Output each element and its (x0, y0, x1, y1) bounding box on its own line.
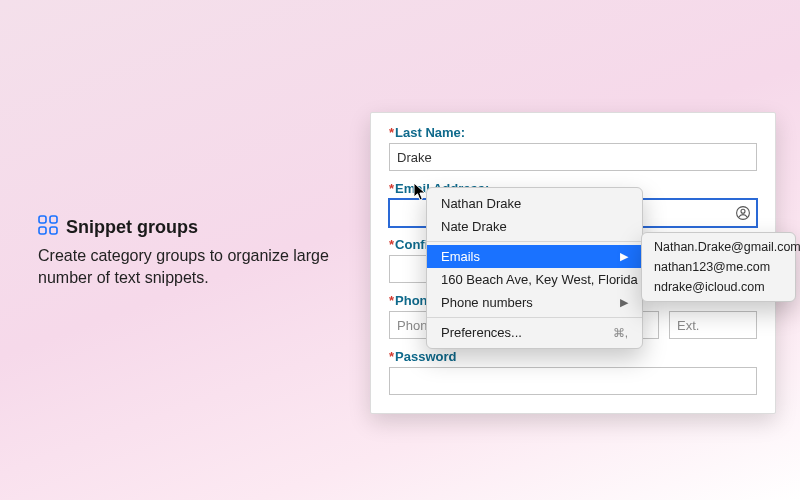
input-last-name[interactable] (389, 143, 757, 171)
chevron-right-icon: ▶ (620, 296, 628, 309)
svg-rect-0 (39, 216, 46, 223)
submenu-item-email-2[interactable]: nathan123@me.com (642, 257, 795, 277)
submenu-item-email-3[interactable]: ndrake@icloud.com (642, 277, 795, 297)
svg-rect-2 (39, 227, 46, 234)
promo-block: Snippet groups Create category groups to… (38, 215, 348, 288)
promo-body: Create category groups to organize large… (38, 245, 348, 288)
field-password: *Password (389, 349, 757, 395)
svg-rect-1 (50, 216, 57, 223)
chevron-right-icon: ▶ (620, 250, 628, 263)
input-password[interactable] (389, 367, 757, 395)
menu-separator (427, 317, 642, 318)
input-phone-ext[interactable] (669, 311, 757, 339)
snippet-menu[interactable]: Nathan Drake Nate Drake Emails ▶ 160 Bea… (426, 187, 643, 349)
menu-item-nate-drake[interactable]: Nate Drake (427, 215, 642, 238)
promo-heading-row: Snippet groups (38, 215, 348, 239)
label-last-name: *Last Name: (389, 125, 757, 140)
field-last-name: *Last Name: (389, 125, 757, 171)
menu-item-nathan-drake[interactable]: Nathan Drake (427, 192, 642, 215)
grid-icon (38, 215, 58, 239)
menu-item-emails[interactable]: Emails ▶ (427, 245, 642, 268)
promo-title: Snippet groups (66, 217, 198, 238)
submenu-item-email-1[interactable]: Nathan.Drake@gmail.com (642, 237, 795, 257)
svg-rect-3 (50, 227, 57, 234)
menu-item-preferences[interactable]: Preferences... ⌘, (427, 321, 642, 344)
menu-item-address[interactable]: 160 Beach Ave, Key West, Florida (427, 268, 642, 291)
shortcut-label: ⌘, (613, 326, 628, 340)
menu-separator (427, 241, 642, 242)
label-password: *Password (389, 349, 757, 364)
emails-submenu[interactable]: Nathan.Drake@gmail.com nathan123@me.com … (641, 232, 796, 302)
menu-item-phone-numbers[interactable]: Phone numbers ▶ (427, 291, 642, 314)
